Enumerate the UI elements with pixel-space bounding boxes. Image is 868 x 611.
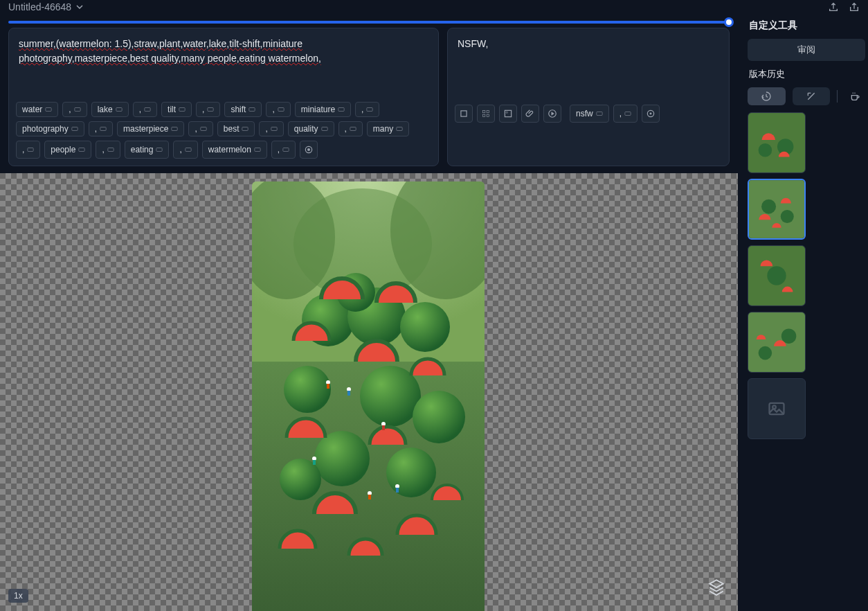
tag-separator[interactable]: ,: [89, 121, 113, 136]
tag-separator[interactable]: ,: [133, 102, 157, 117]
prompt-tag[interactable]: eating: [125, 141, 170, 159]
svg-rect-66: [368, 495, 371, 499]
svg-rect-18: [397, 127, 402, 131]
tag-separator[interactable]: ,: [355, 102, 379, 117]
prompt-tag[interactable]: tilt: [161, 102, 192, 117]
history-tab-recent[interactable]: [748, 87, 786, 105]
positive-prompt-input[interactable]: summer,(watermelon: 1.5),straw,plant,wat…: [9, 28, 438, 98]
tag-separator[interactable]: ,: [338, 121, 363, 136]
history-tab-coffee[interactable]: [844, 87, 865, 105]
svg-point-51: [413, 391, 465, 443]
svg-rect-15: [271, 127, 277, 131]
prompt-tag[interactable]: quality: [288, 121, 334, 136]
tool-grid-icon[interactable]: [477, 105, 495, 123]
svg-rect-14: [242, 127, 248, 131]
svg-rect-0: [46, 108, 51, 112]
tag-separator[interactable]: ,: [96, 141, 120, 159]
svg-rect-58: [347, 391, 350, 396]
review-button[interactable]: 审阅: [748, 39, 865, 61]
history-thumb-3[interactable]: [748, 245, 806, 306]
prompt-tag[interactable]: lake: [91, 102, 129, 117]
prompt-tag[interactable]: miniature: [295, 102, 351, 117]
tag-separator[interactable]: ,: [266, 102, 290, 117]
negative-prompt-box: NSFW, nsfw ,: [447, 28, 730, 166]
title-text: Untitled-46648: [8, 1, 71, 12]
tool-attach-icon[interactable]: [521, 105, 539, 123]
svg-rect-22: [156, 148, 162, 152]
svg-rect-20: [79, 148, 84, 152]
svg-point-76: [759, 346, 772, 360]
svg-rect-8: [338, 108, 344, 112]
divider: [837, 90, 838, 103]
svg-rect-12: [172, 127, 177, 131]
svg-rect-70: [749, 180, 804, 238]
svg-rect-33: [505, 110, 511, 116]
generated-image[interactable]: [252, 181, 485, 611]
prompt-tag[interactable]: nsfw: [570, 105, 609, 123]
svg-point-71: [761, 200, 776, 214]
tag-separator[interactable]: ,: [613, 105, 638, 123]
svg-point-52: [314, 431, 370, 486]
prompt-tag[interactable]: watermelon: [202, 141, 267, 159]
progress-slider[interactable]: [0, 14, 738, 28]
history-title: 版本历史: [745, 68, 868, 80]
svg-rect-60: [382, 425, 385, 430]
prompt-tag[interactable]: shift: [224, 102, 262, 117]
tag-separator[interactable]: ,: [62, 102, 87, 117]
negative-prompt-input[interactable]: NSFW,: [448, 28, 729, 98]
svg-rect-32: [487, 114, 489, 117]
svg-rect-29: [482, 110, 485, 113]
history-thumb-1[interactable]: [748, 112, 806, 173]
svg-point-47: [400, 302, 450, 352]
slider-handle[interactable]: [724, 17, 734, 27]
layers-button[interactable]: [707, 578, 725, 599]
svg-rect-37: [625, 112, 631, 116]
svg-rect-5: [208, 108, 213, 112]
svg-rect-64: [396, 488, 399, 493]
svg-rect-6: [249, 108, 255, 112]
history-thumb-empty[interactable]: [748, 378, 806, 439]
tool-crop-icon[interactable]: [455, 105, 473, 123]
tag-settings-icon[interactable]: [300, 141, 318, 159]
history-tab-branch[interactable]: [793, 87, 831, 105]
share-icon[interactable]: [849, 1, 860, 12]
negative-prompt-text: NSFW,: [458, 38, 488, 49]
prompt-tag[interactable]: people: [44, 141, 91, 159]
prompt-tag[interactable]: masterpiece: [117, 121, 184, 136]
tag-separator[interactable]: ,: [16, 141, 40, 159]
tag-separator[interactable]: ,: [196, 102, 220, 117]
prompt-tag[interactable]: many: [367, 121, 409, 136]
negative-toolbar: nsfw ,: [448, 98, 729, 130]
svg-rect-11: [100, 127, 106, 131]
svg-point-34: [506, 112, 507, 113]
tag-separator[interactable]: ,: [259, 121, 283, 136]
svg-rect-19: [28, 148, 33, 152]
svg-rect-62: [313, 460, 316, 465]
svg-rect-1: [75, 108, 80, 112]
canvas[interactable]: 1x: [0, 173, 738, 611]
svg-point-77: [781, 328, 796, 343]
tool-target-icon[interactable]: [642, 105, 660, 123]
prompt-tag[interactable]: photography: [16, 121, 84, 136]
svg-rect-13: [201, 127, 206, 131]
tag-separator[interactable]: ,: [271, 141, 296, 159]
svg-rect-17: [350, 127, 356, 131]
export-icon[interactable]: [828, 1, 839, 12]
prompt-tag[interactable]: best: [217, 121, 255, 136]
history-thumb-4[interactable]: [748, 312, 806, 373]
tag-separator[interactable]: ,: [188, 121, 213, 136]
chevron-down-icon: [75, 3, 84, 11]
svg-rect-23: [186, 148, 191, 152]
svg-rect-16: [321, 127, 327, 131]
document-title[interactable]: Untitled-46648: [8, 1, 84, 12]
svg-rect-7: [278, 108, 284, 112]
svg-rect-4: [179, 108, 185, 112]
tool-play-icon[interactable]: [543, 105, 561, 123]
svg-rect-21: [108, 148, 114, 152]
zoom-indicator[interactable]: 1x: [8, 589, 28, 603]
tag-separator[interactable]: ,: [173, 141, 197, 159]
prompt-tag[interactable]: water: [16, 102, 58, 117]
svg-rect-24: [255, 148, 260, 152]
tool-image-icon[interactable]: [499, 105, 517, 123]
history-thumb-2[interactable]: [748, 179, 806, 240]
